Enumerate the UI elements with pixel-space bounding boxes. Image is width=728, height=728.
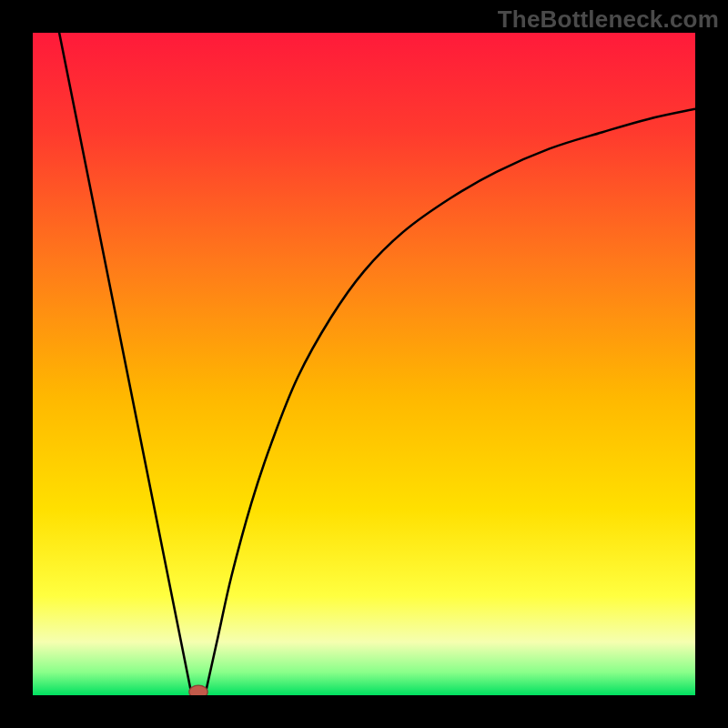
chart-frame	[33, 33, 695, 695]
bottleneck-chart	[33, 33, 695, 695]
watermark-text: TheBottleneck.com	[498, 5, 719, 34]
optimum-marker	[189, 685, 207, 695]
chart-background	[33, 33, 695, 695]
